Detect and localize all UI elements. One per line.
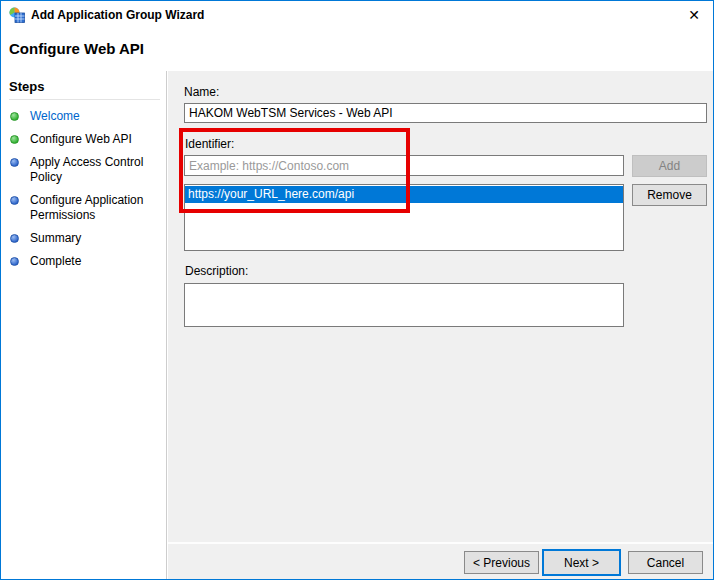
close-icon[interactable]: ✕ [685,6,703,24]
description-textarea[interactable] [184,283,624,327]
main-panel: Name: Identifier: Add https://your_URL_h… [168,71,713,579]
sidebar-item-apply-access-control-policy: Apply Access Control Policy [9,155,160,185]
previous-button[interactable]: < Previous [464,551,539,574]
step-current-icon [10,135,19,144]
identifier-label: Identifier: [185,137,234,151]
next-button[interactable]: Next > [542,549,621,576]
name-input[interactable] [184,103,707,123]
step-label: Complete [30,254,81,268]
step-label: Welcome [30,109,80,123]
sidebar-item-welcome[interactable]: Welcome [9,109,160,124]
step-pending-icon [10,158,19,167]
adfs-app-icon [9,7,25,23]
title-bar: Add Application Group Wizard ✕ [1,1,713,29]
steps-heading: Steps [9,79,160,94]
cancel-button[interactable]: Cancel [628,551,703,574]
page-title: Configure Web API [9,40,144,57]
sidebar-item-complete: Complete [9,254,160,269]
step-pending-icon [10,257,19,266]
footer-divider [168,542,713,544]
sidebar-item-configure-web-api: Configure Web API [9,132,160,147]
sidebar-item-configure-application-permissions: Configure Application Permissions [9,193,160,223]
step-label: Configure Application Permissions [30,193,143,222]
step-label: Configure Web API [30,132,132,146]
sidebar-item-summary: Summary [9,231,160,246]
step-label: Apply Access Control Policy [30,155,143,184]
identifier-input[interactable] [184,155,624,176]
window-title: Add Application Group Wizard [31,1,204,29]
wizard-header: Configure Web API [1,29,713,71]
identifier-list-item[interactable]: https://your_URL_here.com/api [185,186,623,203]
remove-button[interactable]: Remove [632,184,707,206]
step-completed-icon [10,112,19,121]
steps-sidebar: Steps Welcome Configure Web API Apply Ac… [1,71,167,579]
name-label: Name: [184,85,219,99]
wizard-window: Add Application Group Wizard ✕ Configure… [0,0,714,580]
identifier-listbox[interactable]: https://your_URL_here.com/api [184,184,624,251]
step-pending-icon [10,196,19,205]
steps-divider [9,99,160,100]
step-label: Summary [30,231,81,245]
add-button[interactable]: Add [632,155,707,177]
step-pending-icon [10,234,19,243]
description-label: Description: [185,264,248,278]
